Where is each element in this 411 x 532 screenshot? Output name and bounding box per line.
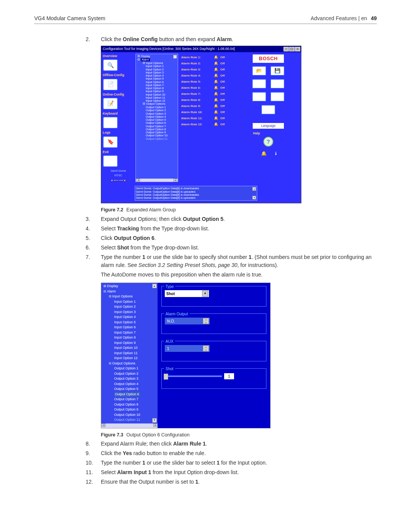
offline-icon[interactable]: 📄 xyxy=(103,78,118,91)
help-icon[interactable]: ? xyxy=(263,137,273,147)
fig2-input-item[interactable]: Input Option 3 xyxy=(103,310,158,315)
slider-thumb[interactable] xyxy=(164,374,168,380)
alarm-rule-row[interactable]: Alarm Rule 9:🔔Off xyxy=(181,103,248,109)
fig2-input-item[interactable]: Input Option 9 xyxy=(103,340,158,346)
log-scroll-down-icon[interactable]: ▾ xyxy=(252,196,256,200)
rules-pane: Alarm Rule 1:🔔OffAlarm Rule 2:🔔OffAlarm … xyxy=(180,54,249,182)
fig2-output-cutoff[interactable]: Output Option 11 xyxy=(103,417,158,423)
fig2-input-item[interactable]: Input Option 7 xyxy=(103,330,158,335)
nav-arrows[interactable]: ● ⟵ ⟶ ● xyxy=(103,179,134,182)
fig2-input-item[interactable]: Input Option 1 xyxy=(103,299,158,305)
alarm-rule-row[interactable]: Alarm Rule 8:🔔Off xyxy=(181,97,248,103)
step-8: 8.Expand Alarm Rule; then click Alarm Ru… xyxy=(86,440,373,448)
shot-group: Shot 1 xyxy=(161,368,266,389)
fig2-output-item[interactable]: Output Option 5 xyxy=(103,387,158,392)
header-right: Advanced Features | en xyxy=(311,15,367,21)
alarm-output-field[interactable]: N.O. ▴▾ xyxy=(165,318,210,324)
minimize-icon[interactable]: − xyxy=(284,47,289,51)
fig2-input-item[interactable]: Input Option 11 xyxy=(103,351,158,356)
exit-icon[interactable]: ↪ xyxy=(103,155,118,167)
online-icon[interactable]: 📝 xyxy=(103,97,118,110)
alarm-rule-row[interactable]: Alarm Rule 7:🔔Off xyxy=(181,91,248,97)
fig2-output-item[interactable]: Output Option 6 xyxy=(103,392,158,397)
fig2-output-item[interactable]: Output Option 7 xyxy=(103,397,158,402)
fig2-output-item[interactable]: Output Option 1 xyxy=(103,366,158,371)
image-icon[interactable]: 🖼 xyxy=(252,92,266,102)
keyboard-icon[interactable]: ⌨ xyxy=(103,117,118,129)
alarm-rule-row[interactable]: Alarm Rule 5:🔔Off xyxy=(181,79,248,85)
alarm-output-spinner[interactable]: ▴▾ xyxy=(203,318,209,324)
tools-icon[interactable]: 🛠 xyxy=(261,105,276,115)
step-10: 10.Type the number 1 or use the slider b… xyxy=(86,459,373,467)
tree-hscroll[interactable]: ◂ ▸ xyxy=(136,179,178,182)
fig2-tree-output-options[interactable]: ⊟Output Options xyxy=(103,361,158,366)
fig2-input-item[interactable]: Input Option 10 xyxy=(103,345,158,351)
log-line: Gen4 Dome: OutputOption Data[8] is uploa… xyxy=(136,190,256,193)
scroll-right-icon[interactable]: ▸ xyxy=(174,179,177,182)
fig2-scroll-left-icon[interactable]: ◂ xyxy=(102,423,105,427)
chevron-down-icon[interactable]: ▾ xyxy=(202,291,208,297)
fig2-input-item[interactable]: Input Option 6 xyxy=(103,325,158,330)
upload-icon[interactable]: ⬆ xyxy=(270,79,285,89)
alarm-rule-row[interactable]: Alarm Rule 6:🔔Off xyxy=(181,85,248,91)
aux-field[interactable]: 1 ▴▾ xyxy=(165,345,210,352)
bell-icon: 🔔 xyxy=(214,117,218,120)
fig2-output-item[interactable]: Output Option 3 xyxy=(103,376,158,382)
aux-spinner[interactable]: ▴▾ xyxy=(203,345,209,351)
bell-icon: 🔔 xyxy=(214,92,218,96)
alarm-rule-row[interactable]: Alarm Rule 2:🔔Off xyxy=(181,61,248,67)
scroll-up-icon[interactable]: ▴ xyxy=(173,55,177,59)
alarm-rule-row[interactable]: Alarm Rule 10:🔔Off xyxy=(181,109,248,115)
fig2-input-item[interactable]: Input Option 5 xyxy=(103,320,158,325)
language-button[interactable]: Language xyxy=(253,123,284,129)
alarm-rule-row[interactable]: Alarm Rule 12:🔔Off xyxy=(181,121,248,128)
overview-icon[interactable]: 🔍 xyxy=(103,59,118,71)
fig2-hscroll[interactable]: ◂ ▸ xyxy=(101,423,158,428)
fig2-input-item[interactable]: Input Option 8 xyxy=(103,335,158,340)
fig2-tree-alarm[interactable]: ⊟Alarm xyxy=(103,289,158,294)
fig2-scroll-up-icon[interactable]: ▴ xyxy=(152,284,157,288)
scroll-left-icon[interactable]: ◂ xyxy=(136,179,140,182)
fig2-detail-pane: Type Shot ▾ Alarm Output N.O. ▴▾ xyxy=(158,283,270,428)
sidebar-keyboard[interactable]: Keyboard xyxy=(103,112,134,115)
fig2-input-item[interactable]: Input Option 2 xyxy=(103,304,158,310)
fig2-tree-pane: ▴ ⊞Display ⊟Alarm ⊟Input Options Input O… xyxy=(101,283,158,428)
fig2-output-item[interactable]: Output Option 8 xyxy=(103,402,158,407)
step-5: 5.Click Output Option 6. xyxy=(86,234,373,242)
download-icon[interactable]: ⬇ xyxy=(252,79,266,89)
alarm-rule-row[interactable]: Alarm Rule 4:🔔Off xyxy=(181,73,248,79)
step-4: 4.Select Tracking from the Type drop-dow… xyxy=(86,225,373,233)
alarm-rule-row[interactable]: Alarm Rule 3:🔔Off xyxy=(181,67,248,73)
shot-value[interactable]: 1 xyxy=(224,373,234,379)
left-sidebar: Overview 🔍 Offline-Config 📄 Online-Confi… xyxy=(103,54,134,182)
logs-icon[interactable]: 🔖 xyxy=(103,136,118,148)
sidebar-overview[interactable]: Overview xyxy=(103,54,134,58)
standard-label: NTSC xyxy=(103,174,134,177)
open-icon[interactable]: 📂 xyxy=(252,66,266,76)
tree-output-cutoff[interactable]: Output Option 11 xyxy=(137,137,178,141)
fig2-input-item[interactable]: Input Option 12 xyxy=(103,356,158,361)
sidebar-offline[interactable]: Offline-Config xyxy=(103,73,134,77)
type-dropdown[interactable]: Shot ▾ xyxy=(165,290,209,297)
log-scroll-up-icon[interactable]: ▴ xyxy=(252,187,256,191)
fig2-tree-input-options[interactable]: ⊟Input Options xyxy=(103,294,158,299)
alarm-rule-row[interactable]: Alarm Rule 1:🔔Off xyxy=(181,54,248,61)
display-icon[interactable]: 🖥 xyxy=(270,92,285,102)
sidebar-online[interactable]: Online-Config xyxy=(103,93,134,96)
fig2-scroll-right-icon[interactable]: ▸ xyxy=(153,423,157,427)
sidebar-logs[interactable]: Logs xyxy=(103,131,134,134)
close-icon[interactable]: × xyxy=(295,47,300,51)
fig2-output-item[interactable]: Output Option 2 xyxy=(103,371,158,377)
fig2-output-item[interactable]: Output Option 4 xyxy=(103,382,158,387)
fig2-output-item[interactable]: Output Option 10 xyxy=(103,412,158,418)
fig2-tree-display[interactable]: ⊞Display xyxy=(103,284,158,289)
fig2-input-item[interactable]: Input Option 4 xyxy=(103,315,158,320)
shot-slider[interactable] xyxy=(165,375,222,377)
sidebar-exit[interactable]: Exit xyxy=(103,150,134,154)
alarm-rule-row[interactable]: Alarm Rule 11:🔔Off xyxy=(181,115,248,121)
save-icon[interactable]: 💾 xyxy=(270,66,285,76)
alarm-output-group: Alarm Output N.O. ▴▾ xyxy=(161,313,266,334)
fig2-output-item[interactable]: Output Option 9 xyxy=(103,407,158,412)
maximize-icon[interactable]: ▢ xyxy=(289,47,295,51)
fig2-scroll-down-icon[interactable]: ▾ xyxy=(152,418,157,423)
